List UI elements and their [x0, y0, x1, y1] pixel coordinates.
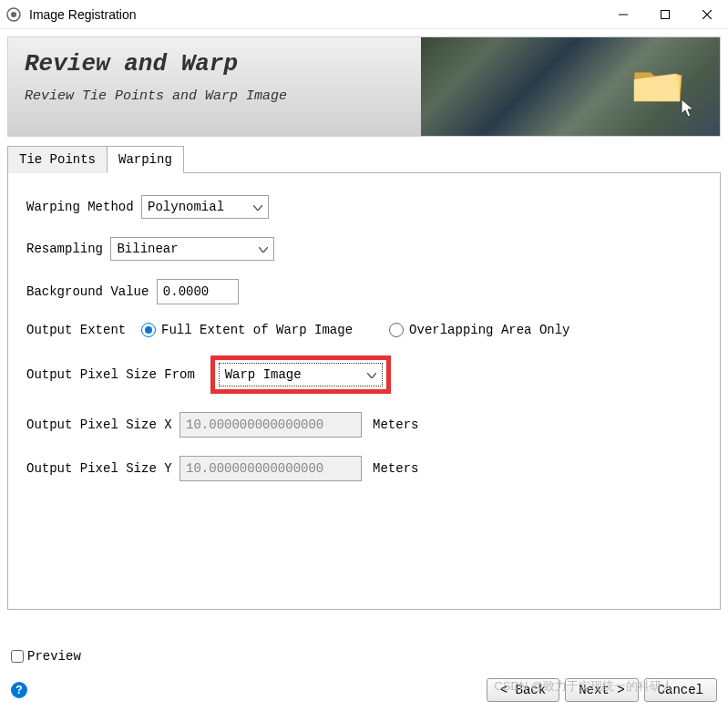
- chevron-down-icon: [250, 242, 268, 256]
- help-button[interactable]: ?: [11, 682, 27, 698]
- background-value-input[interactable]: 0.0000: [157, 279, 239, 304]
- pixel-size-from-value: Warp Image: [225, 367, 302, 382]
- preview-label: Preview: [27, 649, 81, 664]
- preview-checkbox[interactable]: [11, 650, 24, 663]
- pixel-size-from-select[interactable]: Warp Image: [219, 363, 383, 386]
- radio-overlap-only[interactable]: [389, 323, 404, 337]
- chevron-down-icon: [244, 200, 262, 214]
- tab-area: Tie Points Warping Warping Method Polyno…: [7, 146, 721, 610]
- pixel-size-y-label: Output Pixel Size Y: [26, 461, 179, 476]
- maximize-button[interactable]: [644, 0, 686, 29]
- preview-row: Preview: [11, 649, 81, 664]
- app-icon: [5, 6, 22, 23]
- tab-strip: Tie Points Warping: [7, 146, 721, 173]
- background-value-label: Background Value: [26, 284, 157, 299]
- page-subtitle: Review Tie Points and Warp Image: [25, 88, 405, 104]
- cursor-icon: [680, 98, 698, 119]
- chevron-down-icon: [358, 367, 376, 382]
- pixel-size-y-input[interactable]: 10.000000000000000: [179, 456, 362, 481]
- svg-point-1: [11, 12, 16, 17]
- resampling-select[interactable]: Bilinear: [110, 237, 274, 261]
- highlight-annotation: Warp Image: [210, 356, 391, 394]
- warping-method-label: Warping Method: [26, 200, 141, 214]
- tab-tie-points[interactable]: Tie Points: [7, 146, 108, 173]
- svg-rect-3: [661, 10, 670, 18]
- output-extent-label: Output Extent: [26, 323, 141, 337]
- resampling-label: Resampling: [26, 242, 110, 256]
- titlebar: Image Registration: [0, 0, 728, 29]
- pixel-size-x-input[interactable]: 10.000000000000000: [179, 412, 362, 438]
- radio-full-extent[interactable]: [141, 323, 156, 337]
- page-title: Review and Warp: [25, 50, 405, 77]
- cancel-button[interactable]: Cancel: [644, 678, 717, 702]
- pixel-size-x-unit: Meters: [373, 417, 418, 432]
- resampling-value: Bilinear: [117, 242, 178, 256]
- pixel-size-x-value: 10.000000000000000: [186, 417, 323, 432]
- tab-warping[interactable]: Warping: [107, 146, 184, 173]
- window-controls: [602, 0, 728, 29]
- background-value-text: 0.0000: [163, 284, 209, 299]
- pixel-size-x-label: Output Pixel Size X: [26, 417, 179, 432]
- folder-icon: [631, 63, 683, 107]
- tab-panel-warping: Warping Method Polynomial Resampling Bil…: [7, 172, 721, 610]
- footer: ? < Back Next > Cancel: [0, 678, 728, 702]
- radio-full-extent-label: Full Extent of Warp Image: [161, 323, 353, 337]
- warping-method-select[interactable]: Polynomial: [141, 195, 269, 219]
- pixel-size-from-label: Output Pixel Size From: [26, 367, 210, 382]
- back-button[interactable]: < Back: [487, 678, 559, 702]
- folder-graphic: [631, 63, 683, 110]
- pixel-size-y-value: 10.000000000000000: [186, 461, 323, 476]
- window-title: Image Registration: [29, 7, 602, 22]
- header-banner: Review and Warp Review Tie Points and Wa…: [7, 36, 721, 137]
- close-button[interactable]: [686, 0, 728, 29]
- pixel-size-y-unit: Meters: [373, 461, 418, 476]
- radio-overlap-only-label: Overlapping Area Only: [409, 323, 569, 337]
- next-button[interactable]: Next >: [565, 678, 638, 702]
- warping-method-value: Polynomial: [148, 200, 224, 214]
- minimize-button[interactable]: [602, 0, 644, 29]
